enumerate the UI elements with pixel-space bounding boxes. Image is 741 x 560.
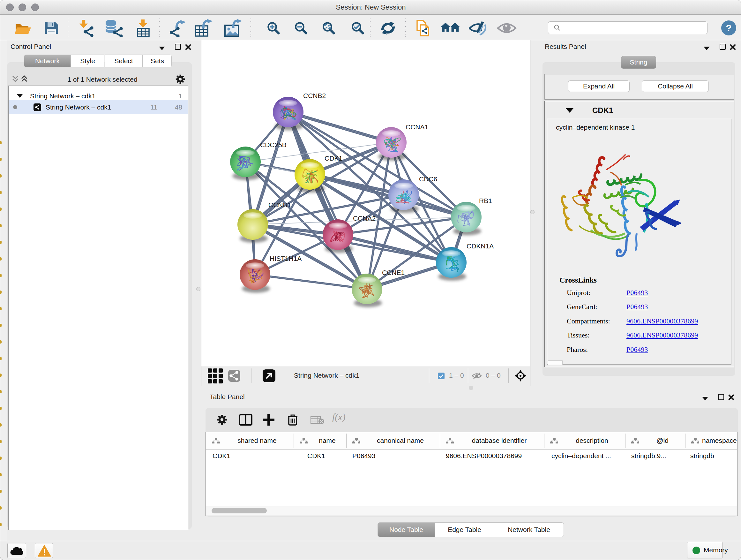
svg-text:RB1: RB1 bbox=[479, 197, 492, 204]
svg-text:CDK1: CDK1 bbox=[325, 154, 342, 162]
svg-text:CCNB1: CCNB1 bbox=[268, 201, 291, 208]
svg-text:HIST1H1A: HIST1H1A bbox=[270, 255, 301, 262]
svg-text:CDC6: CDC6 bbox=[419, 175, 437, 183]
svg-text:CCNE1: CCNE1 bbox=[382, 269, 405, 276]
svg-text:CDKN1A: CDKN1A bbox=[467, 242, 494, 250]
svg-text:CCNB2: CCNB2 bbox=[303, 92, 326, 99]
svg-text:CCNA1: CCNA1 bbox=[406, 123, 428, 131]
svg-text:CCNA2: CCNA2 bbox=[353, 214, 376, 222]
svg-text:CDC25B: CDC25B bbox=[260, 141, 286, 148]
